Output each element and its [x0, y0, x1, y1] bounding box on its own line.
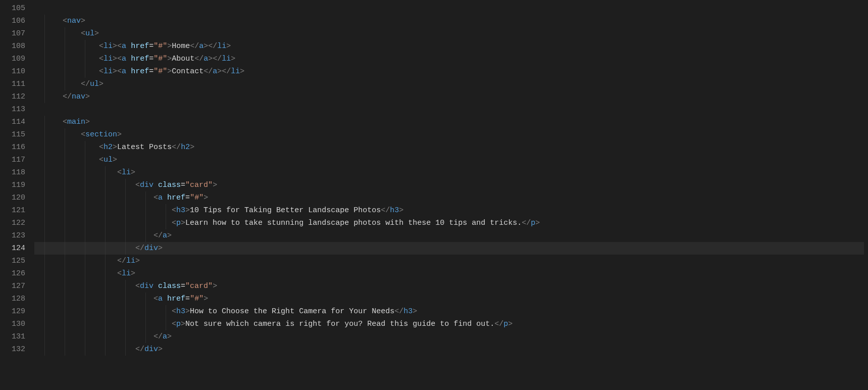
line-number: 108 [0, 40, 25, 53]
line-number: 113 [0, 103, 25, 116]
code-line[interactable]: <li> [34, 166, 868, 179]
code-line[interactable]: </div> [34, 343, 868, 356]
line-number: 122 [0, 217, 25, 229]
line-number: 117 [0, 154, 25, 166]
code-line[interactable]: <nav> [34, 15, 868, 27]
line-number: 107 [0, 27, 25, 40]
line-number: 109 [0, 53, 25, 65]
code-line[interactable]: <a href="#"> [34, 191, 868, 204]
code-line[interactable]: <a href="#"> [34, 292, 868, 305]
code-line[interactable]: <p>Learn how to take stunning landscape … [34, 217, 868, 229]
line-number: 128 [0, 292, 25, 305]
code-line[interactable]: <div class="card"> [34, 280, 868, 292]
line-number: 119 [0, 179, 25, 191]
minimap[interactable] [864, 0, 868, 390]
code-line[interactable]: </nav> [34, 90, 868, 103]
line-number: 114 [0, 116, 25, 128]
line-number: 115 [0, 128, 25, 141]
line-number: 121 [0, 204, 25, 217]
code-line[interactable]: <li> [34, 267, 868, 280]
line-number: 106 [0, 15, 25, 27]
code-line[interactable]: <h3>10 Tips for Taking Better Landscape … [34, 204, 868, 217]
code-line[interactable]: <div class="card"> [34, 179, 868, 191]
line-number: 126 [0, 267, 25, 280]
line-number: 105 [0, 2, 25, 15]
code-line[interactable]: <p>Not sure which camera is right for yo… [34, 318, 868, 330]
code-line[interactable] [34, 2, 868, 15]
code-line[interactable]: <section> [34, 128, 868, 141]
line-number: 129 [0, 305, 25, 318]
line-number: 125 [0, 255, 25, 267]
code-line[interactable]: <li><a href="#">Home</a></li> [34, 40, 868, 53]
code-line[interactable]: <li><a href="#">About</a></li> [34, 53, 868, 65]
code-line[interactable]: </div> [34, 242, 868, 255]
code-line[interactable]: <li><a href="#">Contact</a></li> [34, 65, 868, 78]
line-number: 116 [0, 141, 25, 154]
code-line[interactable]: </a> [34, 229, 868, 242]
code-line[interactable]: <h2>Latest Posts</h2> [34, 141, 868, 154]
line-number: 132 [0, 343, 25, 356]
line-number: 118 [0, 166, 25, 179]
code-line[interactable]: <ul> [34, 27, 868, 40]
line-number: 111 [0, 78, 25, 90]
line-number: 130 [0, 318, 25, 330]
code-line[interactable] [34, 103, 868, 116]
code-area[interactable]: <nav> <ul> <li><a href="#">Home</a></li>… [34, 0, 868, 390]
line-number: 127 [0, 280, 25, 292]
code-line[interactable]: </ul> [34, 78, 868, 90]
line-number: 110 [0, 65, 25, 78]
code-line[interactable]: <main> [34, 116, 868, 128]
code-line[interactable]: <ul> [34, 154, 868, 166]
code-editor[interactable]: 1051061071081091101111121131141151161171… [0, 0, 868, 390]
code-line[interactable]: </a> [34, 330, 868, 343]
code-line[interactable]: <h3>How to Choose the Right Camera for Y… [34, 305, 868, 318]
line-number: 120 [0, 191, 25, 204]
line-number: 123 [0, 229, 25, 242]
line-number: 131 [0, 330, 25, 343]
code-line[interactable]: </li> [34, 255, 868, 267]
line-number: 124 [0, 242, 25, 255]
line-number-gutter: 1051061071081091101111121131141151161171… [0, 0, 34, 390]
line-number: 112 [0, 90, 25, 103]
